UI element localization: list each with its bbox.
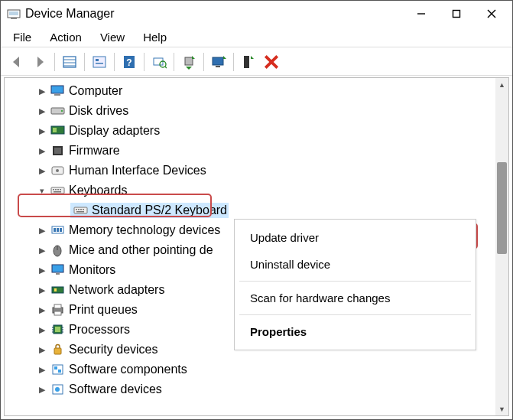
svg-rect-48	[54, 228, 56, 232]
vertical-scrollbar[interactable]: ▲ ▼	[495, 78, 508, 415]
menu-action[interactable]: Action	[42, 28, 89, 47]
svg-rect-11	[93, 57, 106, 67]
menu-bar: File Action View Help	[1, 27, 512, 47]
svg-line-18	[165, 67, 167, 68]
svg-rect-37	[55, 189, 57, 190]
svg-rect-20	[213, 57, 223, 65]
forward-button[interactable]	[28, 50, 51, 73]
network-icon	[50, 283, 66, 297]
firmware-icon	[50, 144, 66, 158]
chevron-right-icon[interactable]: ▶	[37, 365, 47, 375]
tree-node-software-devices[interactable]: ▶ Software devices	[15, 379, 505, 399]
close-button[interactable]	[474, 2, 509, 26]
tree-node-disk-drives[interactable]: ▶ Disk drives	[15, 101, 505, 121]
tree-node-standard-keyboard[interactable]: ▶ Standard PS/2 Keyboard	[15, 200, 505, 220]
ctx-scan-hardware[interactable]: Scan for hardware changes	[235, 285, 476, 311]
tree-node-display-adapters[interactable]: ▶ Display adapters	[15, 121, 505, 141]
tree-node-firmware[interactable]: ▶ Firmware	[15, 141, 505, 161]
svg-rect-56	[54, 288, 57, 291]
remote-computer-button[interactable]	[207, 50, 230, 73]
scan-hardware-button[interactable]	[148, 50, 170, 73]
update-driver-button[interactable]	[177, 50, 200, 73]
chevron-right-icon[interactable]: ▶	[37, 285, 47, 295]
chevron-right-icon[interactable]: ▶	[37, 226, 47, 236]
svg-rect-58	[54, 304, 61, 308]
svg-rect-45	[83, 209, 84, 210]
security-icon	[50, 343, 66, 357]
ctx-uninstall-device[interactable]: Uninstall device	[235, 251, 476, 278]
svg-rect-46	[76, 211, 84, 213]
scroll-thumb[interactable]	[497, 162, 507, 254]
tree-node-computer[interactable]: ▶ Computer	[15, 81, 505, 101]
chevron-right-icon[interactable]: ▶	[37, 305, 47, 315]
chevron-right-icon[interactable]: ▶	[37, 146, 47, 156]
svg-rect-44	[80, 209, 82, 210]
ctx-properties[interactable]: Properties	[235, 318, 476, 345]
svg-rect-39	[60, 189, 61, 190]
node-label: Software components	[69, 363, 187, 376]
chevron-right-icon[interactable]: ▶	[37, 385, 47, 395]
processor-icon	[50, 323, 66, 337]
chevron-right-icon[interactable]: ▶	[37, 325, 47, 335]
tree-node-software-components[interactable]: ▶ Software components	[15, 360, 505, 379]
svg-rect-13	[96, 63, 103, 64]
tree-node-keyboards[interactable]: ▾ Keyboards	[15, 181, 505, 200]
svg-rect-43	[78, 209, 80, 210]
svg-rect-69	[53, 365, 63, 374]
svg-rect-42	[76, 209, 77, 210]
node-label: Network adapters	[69, 283, 164, 297]
keyboard-icon	[73, 203, 89, 217]
app-icon	[7, 7, 21, 21]
svg-rect-68	[54, 348, 61, 354]
node-label: Display adapters	[69, 124, 160, 138]
maximize-button[interactable]	[439, 2, 474, 26]
chevron-right-icon[interactable]: ▶	[37, 106, 47, 116]
svg-rect-40	[54, 191, 61, 193]
tree-node-hid[interactable]: ▶ Human Interface Devices	[15, 161, 505, 181]
toolbar: ?	[1, 49, 512, 76]
help-button[interactable]: ?	[118, 50, 141, 73]
svg-rect-32	[54, 148, 61, 154]
uninstall-device-button[interactable]	[237, 50, 260, 73]
chevron-right-icon[interactable]: ▶	[37, 265, 47, 275]
properties-button[interactable]	[88, 50, 111, 73]
minimize-button[interactable]	[404, 2, 439, 26]
svg-rect-50	[60, 228, 62, 232]
svg-rect-1	[9, 11, 18, 15]
window-title: Device Manager	[25, 7, 115, 21]
software-device-icon	[50, 383, 66, 396]
svg-rect-54	[56, 273, 60, 275]
chevron-right-icon[interactable]: ▶	[37, 345, 47, 355]
chevron-right-icon[interactable]: ▶	[37, 86, 47, 96]
ctx-separator	[239, 281, 471, 282]
svg-rect-19	[185, 57, 193, 65]
svg-rect-49	[57, 228, 59, 232]
chevron-down-icon[interactable]: ▾	[37, 186, 47, 196]
svg-rect-70	[54, 366, 57, 370]
node-label: Firmware	[69, 144, 120, 158]
node-label: Processors	[69, 323, 130, 337]
chevron-right-icon[interactable]: ▶	[37, 246, 47, 256]
svg-rect-71	[58, 370, 61, 373]
chevron-right-icon[interactable]: ▶	[37, 166, 47, 176]
menu-help[interactable]: Help	[135, 28, 174, 47]
back-button[interactable]	[5, 50, 28, 73]
ctx-separator	[239, 314, 471, 315]
menu-view[interactable]: View	[93, 28, 132, 47]
delete-button[interactable]	[260, 50, 283, 73]
svg-point-34	[56, 169, 59, 172]
svg-rect-53	[52, 265, 63, 272]
node-label: Print queues	[69, 303, 138, 317]
svg-rect-4	[453, 11, 460, 18]
svg-point-73	[55, 387, 60, 392]
hid-icon	[50, 164, 66, 177]
svg-rect-2	[11, 18, 17, 19]
context-menu: Update driver Uninstall device Scan for …	[234, 219, 476, 350]
scroll-down-icon[interactable]: ▼	[495, 402, 508, 415]
svg-text:?: ?	[126, 57, 131, 68]
menu-file[interactable]: File	[5, 28, 39, 47]
scroll-up-icon[interactable]: ▲	[495, 78, 508, 91]
ctx-update-driver[interactable]: Update driver	[235, 224, 476, 251]
detail-view-button[interactable]	[58, 50, 81, 73]
chevron-right-icon[interactable]: ▶	[37, 126, 47, 136]
